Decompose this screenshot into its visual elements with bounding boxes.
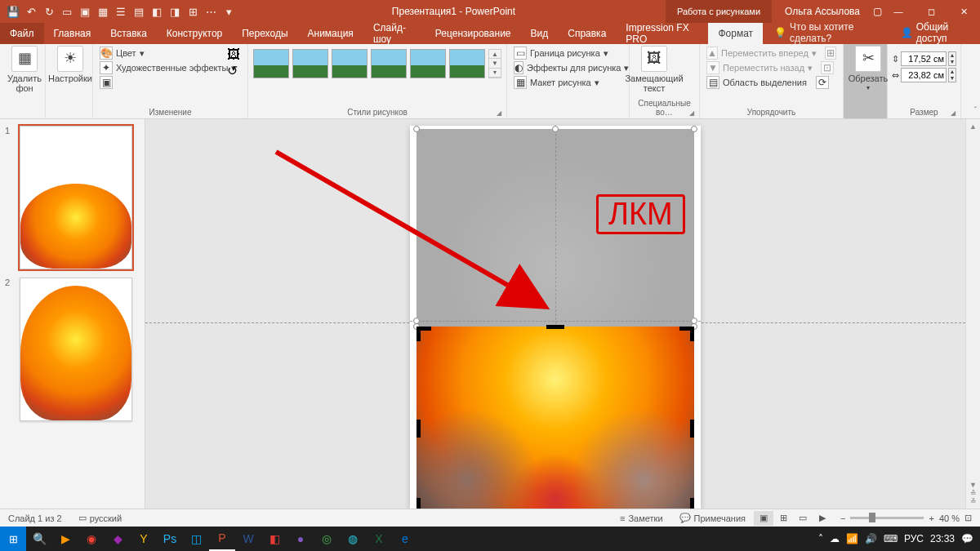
slideshow-view-button[interactable]: ▶ bbox=[813, 511, 832, 526]
crop-handle[interactable] bbox=[690, 420, 694, 438]
crop-button[interactable]: ✂ Обрезать▾ bbox=[847, 46, 889, 92]
search-icon[interactable]: 🔍 bbox=[26, 527, 52, 551]
qat-icon[interactable]: ▣ bbox=[77, 3, 93, 20]
crop-handle[interactable] bbox=[679, 327, 694, 341]
style-thumb[interactable] bbox=[410, 49, 446, 78]
qat-icon[interactable]: ⋯ bbox=[203, 3, 219, 20]
style-thumb[interactable] bbox=[332, 49, 368, 78]
style-thumb[interactable] bbox=[371, 49, 407, 78]
tab-help[interactable]: Справка bbox=[558, 23, 616, 44]
qat-icon[interactable]: ☰ bbox=[113, 3, 129, 20]
tray-clock[interactable]: 23:33 bbox=[930, 533, 955, 544]
taskbar-powerpoint[interactable]: P bbox=[209, 527, 235, 551]
prev-slide-icon[interactable]: ≙ bbox=[970, 489, 977, 497]
style-thumb[interactable] bbox=[449, 49, 485, 78]
taskbar-app[interactable]: ◧ bbox=[261, 527, 287, 551]
gallery-more-button[interactable]: ▲▼▾ bbox=[488, 49, 501, 78]
qat-more-icon[interactable]: ▾ bbox=[220, 3, 237, 20]
redo-icon[interactable]: ↻ bbox=[41, 3, 57, 20]
undo-icon[interactable]: ↶ bbox=[23, 3, 39, 20]
resize-handle[interactable] bbox=[691, 126, 697, 132]
taskbar-app[interactable]: ◍ bbox=[340, 527, 366, 551]
taskbar-excel[interactable]: X bbox=[366, 527, 392, 551]
crop-handle[interactable] bbox=[416, 498, 431, 509]
sorter-view-button[interactable]: ⊞ bbox=[773, 511, 793, 526]
taskbar-word[interactable]: W bbox=[235, 527, 261, 551]
notes-button[interactable]: ≡Заметки bbox=[612, 513, 671, 523]
crop-handle[interactable] bbox=[416, 327, 431, 341]
tray-volume-icon[interactable]: 🔊 bbox=[865, 533, 877, 544]
slide-thumb-1[interactable]: 1 bbox=[5, 126, 140, 269]
alt-text-button[interactable]: 🖼 Замещающий текст bbox=[633, 46, 675, 93]
dialog-launcher-icon[interactable]: ◢ bbox=[497, 109, 501, 117]
tab-review[interactable]: Рецензирование bbox=[425, 23, 521, 44]
close-button[interactable]: ✕ bbox=[947, 0, 980, 23]
save-icon[interactable]: 💾 bbox=[5, 3, 21, 20]
display-options-icon[interactable]: ▢ bbox=[873, 6, 882, 17]
color-button[interactable]: 🎨Цвет ▾ bbox=[96, 46, 244, 60]
reset-pic-icon[interactable]: ↺ bbox=[227, 63, 240, 78]
zoom-level[interactable]: 40 % bbox=[934, 513, 964, 523]
slide-thumb-2[interactable]: 2 bbox=[5, 278, 140, 421]
taskbar-edge[interactable]: e bbox=[392, 527, 418, 551]
height-input[interactable] bbox=[901, 51, 947, 66]
maximize-button[interactable]: ◻ bbox=[915, 0, 947, 23]
width-spinner[interactable]: ▲▼ bbox=[948, 68, 956, 82]
scroll-up-icon[interactable]: ▲ bbox=[969, 122, 977, 131]
tray-language[interactable]: РУС bbox=[904, 533, 924, 544]
collapse-ribbon-icon[interactable]: ˇ bbox=[974, 106, 977, 115]
tray-up-icon[interactable]: ˄ bbox=[818, 533, 823, 544]
taskbar-app[interactable]: Y bbox=[131, 527, 157, 551]
width-field[interactable]: ⇔▲▼ bbox=[891, 67, 957, 83]
language-status[interactable]: ▭русский bbox=[70, 513, 130, 523]
bring-forward-button[interactable]: ▲Переместить вперед ▾ ⊞ bbox=[703, 46, 840, 60]
comments-button[interactable]: 💬Примечания bbox=[671, 513, 755, 523]
dialog-launcher-icon[interactable]: ◢ bbox=[951, 109, 956, 117]
change-pic-icon[interactable]: 🖼 bbox=[227, 47, 240, 62]
style-thumb[interactable] bbox=[292, 49, 328, 78]
taskbar-app[interactable]: ◎ bbox=[314, 527, 340, 551]
start-button[interactable]: ⊞ bbox=[0, 527, 26, 551]
tray-notifications-icon[interactable]: 💬 bbox=[961, 533, 973, 544]
crop-handle[interactable] bbox=[546, 325, 564, 329]
qat-icon[interactable]: ▦ bbox=[95, 3, 111, 20]
resize-handle[interactable] bbox=[413, 126, 420, 132]
send-backward-button[interactable]: ▼Переместить назад ▾ ⊡ bbox=[703, 60, 840, 75]
picture-layout-button[interactable]: ▦Макет рисунка ▾ bbox=[510, 75, 626, 90]
height-field[interactable]: ⇕▲▼ bbox=[891, 51, 957, 67]
corrections-button[interactable]: ☀ Настройки bbox=[49, 46, 91, 83]
tab-animations[interactable]: Анимация bbox=[298, 23, 363, 44]
crop-handle[interactable] bbox=[416, 420, 421, 438]
picture-border-button[interactable]: ▭Граница рисунка ▾ bbox=[510, 46, 626, 60]
fit-button[interactable]: ⊡ bbox=[964, 513, 972, 523]
rotate-icon[interactable]: ⟳ bbox=[816, 76, 829, 89]
tab-slideshow[interactable]: Слайд-шоу bbox=[363, 23, 425, 44]
artistic-effects-button[interactable]: ✦Художественные эффекты ▾ bbox=[96, 60, 244, 75]
tab-format[interactable]: Формат bbox=[708, 23, 763, 44]
slide-counter[interactable]: Слайд 1 из 2 bbox=[0, 513, 70, 523]
tab-transitions[interactable]: Переходы bbox=[232, 23, 297, 44]
zoom-out-button[interactable]: − bbox=[840, 513, 845, 523]
tab-home[interactable]: Главная bbox=[44, 23, 101, 44]
next-slide-icon[interactable]: ≚ bbox=[970, 497, 977, 505]
qat-icon[interactable]: ▭ bbox=[59, 3, 75, 20]
vertical-scrollbar[interactable]: ▲ ▼ ≙ ≚ bbox=[965, 119, 980, 509]
reading-view-button[interactable]: ▭ bbox=[793, 511, 813, 526]
selection-pane-button[interactable]: ▤Область выделения ⟳ bbox=[703, 75, 840, 90]
user-name[interactable]: Ольга Ассылова bbox=[772, 6, 873, 17]
qat-icon[interactable]: ◨ bbox=[167, 3, 183, 20]
tab-insert[interactable]: Вставка bbox=[100, 23, 157, 44]
scroll-down-icon[interactable]: ▼ bbox=[969, 481, 977, 489]
group-icon[interactable]: ⊡ bbox=[821, 61, 834, 74]
picture-effects-button[interactable]: ◐Эффекты для рисунка ▾ bbox=[510, 60, 626, 75]
tab-design[interactable]: Конструктор bbox=[157, 23, 232, 44]
taskbar-app[interactable]: ◉ bbox=[78, 527, 105, 551]
taskbar-app[interactable]: ▶ bbox=[52, 527, 78, 551]
compress-button[interactable]: ▣ bbox=[96, 75, 244, 90]
crop-handle[interactable] bbox=[679, 498, 694, 509]
align-icon[interactable]: ⊞ bbox=[825, 47, 836, 60]
slide-canvas[interactable]: ЛКМ bbox=[145, 119, 965, 509]
tell-me[interactable]: 💡Что вы хотите сделать? bbox=[763, 21, 889, 44]
tray-network-icon[interactable]: 📶 bbox=[846, 533, 858, 544]
tab-addin[interactable]: Impression FX PRO bbox=[616, 23, 708, 44]
